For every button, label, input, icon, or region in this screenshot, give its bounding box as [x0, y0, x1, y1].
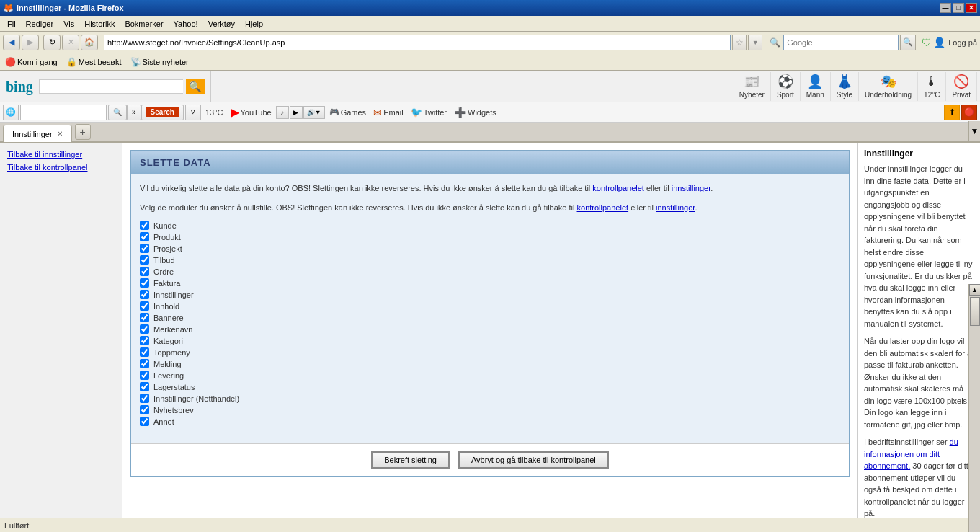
menu-verktoy[interactable]: Verktøy	[204, 18, 239, 30]
toolbar-sport[interactable]: ⚽ Sport	[771, 72, 801, 101]
toolbar-style[interactable]: 👗 Style	[831, 72, 859, 101]
tab-scroll-right[interactable]: ▼	[968, 121, 980, 141]
google-search-button[interactable]: 🔍	[900, 35, 916, 50]
bing-search-button[interactable]: 🔍	[186, 79, 205, 94]
minimize-button[interactable]: —	[940, 3, 951, 13]
menu-hjelp[interactable]: Hjelp	[241, 18, 267, 30]
maximize-button[interactable]: □	[953, 3, 964, 13]
confirm-delete-button[interactable]: Bekreft sletting	[371, 451, 450, 469]
menu-historikk[interactable]: Historikk	[80, 18, 119, 30]
checkbox-kategori-label: Kategori	[153, 337, 183, 345]
right-panel: Innstillinger Under innstillinger legger…	[858, 143, 980, 518]
checkbox-melding-label: Melding	[153, 360, 182, 368]
checkbox-innstillinger-netthandel-input[interactable]	[140, 394, 149, 403]
bookmark-siste-nyheter[interactable]: 📡 Siste nyheter	[128, 56, 191, 68]
up-btn[interactable]: ⬆	[944, 105, 960, 120]
cancel-button[interactable]: Avbryt og gå tilbake til kontrollpanel	[458, 451, 609, 469]
play-button[interactable]: ▶	[290, 106, 303, 119]
reload-button[interactable]: ↻	[43, 35, 61, 50]
close-button[interactable]: ✕	[966, 3, 977, 13]
google-input[interactable]	[783, 35, 899, 50]
email-link[interactable]: ✉ Email	[370, 107, 406, 118]
stop-button[interactable]: ✕	[62, 35, 79, 50]
forward-button[interactable]: ▶	[22, 35, 39, 50]
widgets-link[interactable]: ➕ Widgets	[451, 107, 499, 118]
active-tab[interactable]: Innstillinger ✕	[3, 125, 72, 142]
checkbox-faktura-input[interactable]	[140, 278, 149, 288]
checkbox-levering-label: Levering	[153, 371, 184, 380]
globe-icon[interactable]: 🌐	[3, 105, 19, 120]
menu-bokmerker[interactable]: Bokmerker	[120, 18, 167, 30]
checkbox-produkt-input[interactable]	[140, 232, 149, 241]
bookmark-kom-i-gang[interactable]: 🔴 Kom i gang	[3, 56, 60, 68]
down-btn[interactable]: 🔴	[961, 105, 977, 120]
checkbox-innstillinger-input[interactable]	[140, 290, 149, 299]
bookmark-mest-besok[interactable]: 🔒 Mest besøkt	[64, 56, 124, 68]
menu-rediger[interactable]: Rediger	[22, 18, 58, 30]
checkbox-tilbud-input[interactable]	[140, 255, 149, 265]
back-to-control-panel-link[interactable]: Tilbake til kontrollpanel	[7, 163, 115, 172]
main-content: Tilbake til innstillinger Tilbake til ko…	[0, 143, 980, 518]
menu-fil[interactable]: Fil	[3, 18, 20, 30]
checkbox-bannere: Bannere	[140, 313, 840, 322]
menu-vis[interactable]: Vis	[59, 18, 79, 30]
address-bar[interactable]	[104, 35, 731, 50]
checkbox-levering-input[interactable]	[140, 371, 149, 380]
scroll-thumb[interactable]	[970, 297, 980, 326]
checkbox-merkenavn: Merkenavn	[140, 324, 840, 334]
back-to-settings-link[interactable]: Tilbake til innstillinger	[7, 150, 115, 159]
twitter-link[interactable]: 🐦 Twitter	[408, 107, 450, 118]
tab-label: Innstillinger	[12, 130, 53, 138]
menu-yahoo[interactable]: Yahoo!	[169, 18, 202, 30]
new-tab-button[interactable]: +	[75, 124, 91, 140]
abonnement-link[interactable]: du informasjonen om ditt abonnement.	[864, 438, 958, 470]
checkbox-lagerstatus: Lagerstatus	[140, 382, 840, 391]
settings-link-1[interactable]: innstillinger	[672, 184, 710, 192]
checkbox-ordre-input[interactable]	[140, 267, 149, 276]
settings-link-2[interactable]: innstillinger	[656, 203, 695, 212]
checkbox-prosjekt-input[interactable]	[140, 244, 149, 253]
widgets-label: Widgets	[468, 108, 496, 117]
toolbar-privat[interactable]: 🚫 Privat	[946, 72, 977, 101]
search-icon[interactable]: 🔍	[108, 105, 127, 120]
control-panel-link-2[interactable]: kontrollpanelet	[577, 203, 629, 212]
privat-label: Privat	[952, 91, 971, 99]
secondary-search-input[interactable]	[20, 105, 107, 120]
checkbox-kategori-input[interactable]	[140, 336, 149, 345]
youtube-link[interactable]: ▶ YouTube	[228, 105, 275, 119]
back-button[interactable]: ◀	[3, 35, 20, 50]
games-link[interactable]: 🎮 Games	[326, 107, 369, 117]
home-button[interactable]: 🏠	[81, 35, 98, 50]
search-button[interactable]: Search	[141, 105, 184, 120]
checkbox-kunde-input[interactable]	[140, 221, 149, 230]
checkbox-annet-input[interactable]	[140, 417, 149, 426]
checkbox-merkenavn-input[interactable]	[140, 324, 149, 334]
login-label[interactable]: Logg på	[948, 38, 977, 47]
scroll-up-button[interactable]: ▲	[969, 284, 981, 296]
checkbox-melding-input[interactable]	[140, 359, 149, 368]
tab-close-button[interactable]: ✕	[57, 130, 63, 138]
question-icon[interactable]: ?	[185, 105, 201, 120]
checkbox-bannere-input[interactable]	[140, 313, 149, 322]
delete-panel-body: Vil du virkelig slette alle data på din …	[131, 174, 849, 443]
underholdning-icon: 🎭	[881, 74, 896, 89]
delete-panel: SLETTE DATA Vil du virkelig slette alle …	[130, 150, 850, 477]
bookmark-arrow[interactable]: ▼	[748, 35, 762, 50]
volume-control[interactable]: 🔊▼	[303, 106, 325, 119]
toolbar-mann[interactable]: 👤 Mann	[801, 72, 831, 101]
youtube-icon: ▶	[231, 105, 239, 119]
search-expand-btn[interactable]: »	[127, 105, 141, 120]
bing-search-input[interactable]	[39, 79, 183, 94]
toolbar-nyheter[interactable]: 📰 Nyheter	[734, 72, 771, 101]
music-note-icon[interactable]: ♪	[276, 106, 289, 119]
checkbox-innstillinger-netthandel: Innstillinger (Netthandel)	[140, 394, 840, 403]
bookmark-star[interactable]: ☆	[732, 35, 747, 50]
toolbar-underholdning[interactable]: 🎭 Underholdning	[859, 72, 918, 101]
checkbox-nyhetsbrev-input[interactable]	[140, 405, 149, 414]
checkbox-toppmeny-input[interactable]	[140, 347, 149, 357]
control-panel-link-1[interactable]: kontrollpanelet	[592, 184, 644, 192]
toolbar-temperatur[interactable]: 🌡 12°C	[918, 72, 946, 101]
checkbox-innhold-input[interactable]	[140, 301, 149, 311]
checkbox-lagerstatus-input[interactable]	[140, 382, 149, 391]
checkbox-kunde-label: Kunde	[153, 221, 177, 230]
